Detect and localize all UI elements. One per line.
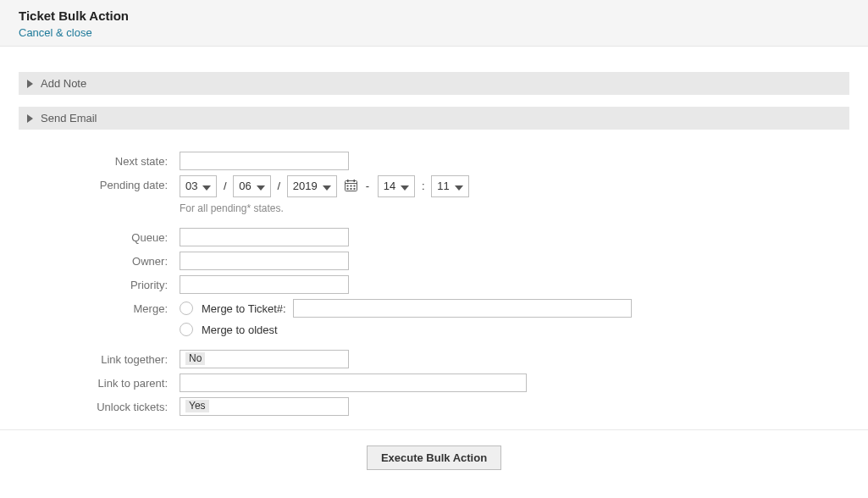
pending-minute-select[interactable]: 11 [431, 175, 468, 197]
merge-to-ticket-radio[interactable] [180, 302, 193, 315]
chevron-down-icon [401, 185, 409, 191]
chevron-down-icon [202, 185, 211, 191]
queue-label: Queue: [19, 228, 180, 244]
page-header: Ticket Bulk Action Cancel & close [0, 0, 868, 47]
chevron-down-icon [455, 185, 463, 191]
caret-right-icon [27, 80, 33, 88]
link-together-label: Link together: [19, 350, 180, 366]
pending-help-text: For all pending* states. [180, 202, 849, 214]
pending-month-select[interactable]: 03 [180, 175, 217, 197]
calendar-icon[interactable] [345, 180, 357, 194]
merge-to-oldest-radio[interactable] [180, 323, 193, 336]
queue-input[interactable] [180, 228, 349, 246]
owner-input[interactable] [180, 252, 349, 270]
owner-label: Owner: [19, 252, 180, 268]
svg-rect-7 [347, 188, 349, 190]
chevron-down-icon [323, 185, 331, 191]
svg-rect-9 [354, 188, 356, 190]
priority-input[interactable] [180, 275, 349, 294]
svg-rect-6 [354, 185, 356, 187]
page-title: Ticket Bulk Action [19, 8, 849, 23]
unlock-tickets-value: Yes [185, 400, 209, 412]
pending-day-select[interactable]: 06 [233, 175, 270, 197]
svg-rect-4 [347, 185, 349, 187]
panel-add-note-label: Add Note [41, 77, 86, 90]
pending-hour-select[interactable]: 14 [378, 175, 415, 197]
merge-to-ticket-label: Merge to Ticket#: [202, 302, 286, 315]
merge-to-oldest-label: Merge to oldest [202, 324, 278, 336]
priority-label: Priority: [19, 275, 180, 291]
next-state-label: Next state: [19, 152, 180, 168]
panel-send-email[interactable]: Send Email [19, 107, 849, 130]
svg-rect-2 [347, 180, 349, 182]
link-to-parent-input[interactable] [180, 374, 527, 392]
chevron-down-icon [257, 185, 265, 191]
link-together-value: No [185, 352, 205, 365]
caret-right-icon [27, 114, 33, 123]
cancel-close-link[interactable]: Cancel & close [19, 26, 92, 39]
svg-rect-5 [351, 185, 352, 187]
next-state-input[interactable] [180, 152, 349, 170]
link-together-select[interactable]: No [180, 350, 349, 368]
unlock-tickets-select[interactable]: Yes [180, 397, 349, 416]
unlock-tickets-label: Unlock tickets: [19, 397, 180, 413]
footer: Execute Bulk Action [0, 429, 868, 485]
link-to-parent-label: Link to parent: [19, 374, 180, 390]
pending-year-select[interactable]: 2019 [287, 175, 337, 197]
svg-rect-3 [354, 180, 356, 182]
panel-add-note[interactable]: Add Note [19, 72, 849, 95]
execute-bulk-action-button[interactable]: Execute Bulk Action [367, 445, 501, 470]
merge-ticket-number-input[interactable] [293, 299, 632, 318]
svg-rect-8 [351, 188, 352, 190]
pending-date-label: Pending date: [19, 175, 180, 191]
merge-label: Merge: [19, 299, 180, 315]
panel-send-email-label: Send Email [41, 112, 97, 125]
